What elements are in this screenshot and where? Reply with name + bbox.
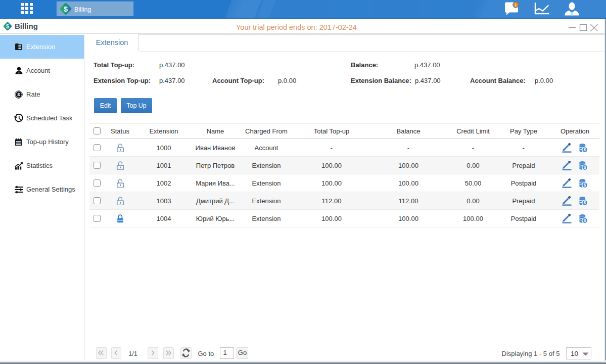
svg-text:!: !	[515, 3, 517, 8]
svg-text:$: $	[6, 23, 9, 29]
svg-text:$: $	[64, 5, 68, 13]
svg-text:$: $	[17, 92, 20, 97]
